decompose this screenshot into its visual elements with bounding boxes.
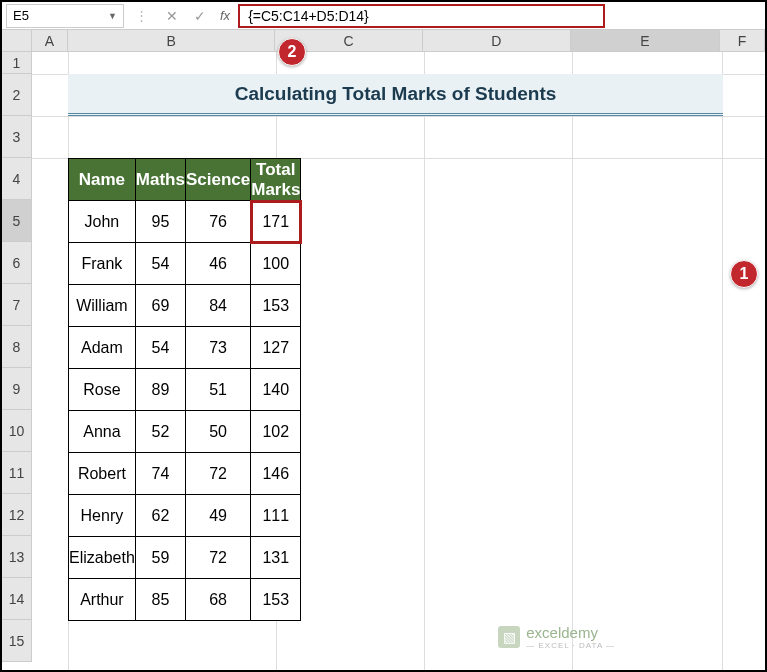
row-header-15[interactable]: 15 (2, 620, 32, 662)
header-total: Total Marks (251, 159, 301, 201)
cell-maths[interactable]: 59 (135, 537, 185, 579)
watermark: ▧ exceldemy — EXCEL · DATA — (498, 624, 615, 650)
cell-name[interactable]: Adam (69, 327, 136, 369)
cell-name[interactable]: Anna (69, 411, 136, 453)
table-row: Robert 74 72 146 (69, 453, 301, 495)
cell-science[interactable]: 76 (185, 201, 250, 243)
table-row: Anna 52 50 102 (69, 411, 301, 453)
row-header-1[interactable]: 1 (2, 52, 32, 74)
row-header-7[interactable]: 7 (2, 284, 32, 326)
cell-total[interactable]: 140 (251, 369, 301, 411)
cell-total[interactable]: 131 (251, 537, 301, 579)
row-header-9[interactable]: 9 (2, 368, 32, 410)
row-header-11[interactable]: 11 (2, 452, 32, 494)
table-row: Henry 62 49 111 (69, 495, 301, 537)
data-table: Name Maths Science Total Marks John 95 7… (68, 158, 301, 621)
watermark-main: exceldemy (526, 624, 615, 641)
col-header-f[interactable]: F (720, 30, 765, 51)
cell-total-selected[interactable]: 171 (251, 201, 301, 243)
cell-maths[interactable]: 89 (135, 369, 185, 411)
cell-science[interactable]: 68 (185, 579, 250, 621)
row-headers: 1 2 3 4 5 6 7 8 9 10 11 12 13 14 15 (2, 52, 32, 662)
callout-1: 1 (730, 260, 758, 288)
cell-total[interactable]: 102 (251, 411, 301, 453)
cell-name[interactable]: Elizabeth (69, 537, 136, 579)
cell-name[interactable]: John (69, 201, 136, 243)
formula-text: {=C5:C14+D5:D14} (248, 8, 369, 24)
cell-science[interactable]: 72 (185, 453, 250, 495)
cell-science[interactable]: 50 (185, 411, 250, 453)
table-row: Elizabeth 59 72 131 (69, 537, 301, 579)
cell-science[interactable]: 46 (185, 243, 250, 285)
header-maths: Maths (135, 159, 185, 201)
fx-icon[interactable]: fx (220, 8, 230, 23)
formula-input[interactable]: {=C5:C14+D5:D14} (238, 4, 605, 28)
table-row: Arthur 85 68 153 (69, 579, 301, 621)
cell-total[interactable]: 127 (251, 327, 301, 369)
row-header-2[interactable]: 2 (2, 74, 32, 116)
table-row: Frank 54 46 100 (69, 243, 301, 285)
cell-maths[interactable]: 52 (135, 411, 185, 453)
col-header-e[interactable]: E (571, 30, 721, 51)
row-header-8[interactable]: 8 (2, 326, 32, 368)
cell-total[interactable]: 153 (251, 285, 301, 327)
watermark-sub: — EXCEL · DATA — (526, 641, 615, 650)
cell-total[interactable]: 146 (251, 453, 301, 495)
row-header-3[interactable]: 3 (2, 116, 32, 158)
separator: ⋮ (124, 8, 158, 23)
cell-maths[interactable]: 95 (135, 201, 185, 243)
cell-science[interactable]: 84 (185, 285, 250, 327)
row-header-5[interactable]: 5 (2, 200, 32, 242)
header-science: Science (185, 159, 250, 201)
cell-science[interactable]: 49 (185, 495, 250, 537)
cell-name[interactable]: Frank (69, 243, 136, 285)
column-headers: A B C D E F (2, 30, 765, 52)
cell-name[interactable]: Henry (69, 495, 136, 537)
cancel-icon[interactable]: ✕ (158, 8, 186, 24)
row-header-4[interactable]: 4 (2, 158, 32, 200)
select-all-corner[interactable] (2, 30, 32, 51)
cell-total[interactable]: 100 (251, 243, 301, 285)
page-title: Calculating Total Marks of Students (68, 74, 723, 116)
cell-science[interactable]: 72 (185, 537, 250, 579)
cell-maths[interactable]: 62 (135, 495, 185, 537)
name-box[interactable]: E5 ▼ (6, 4, 124, 28)
header-name: Name (69, 159, 136, 201)
cell-name[interactable]: Robert (69, 453, 136, 495)
enter-icon[interactable]: ✓ (186, 8, 214, 24)
col-header-a[interactable]: A (32, 30, 68, 51)
row-header-14[interactable]: 14 (2, 578, 32, 620)
col-header-b[interactable]: B (68, 30, 275, 51)
cell-science[interactable]: 73 (185, 327, 250, 369)
cell-name[interactable]: William (69, 285, 136, 327)
cell-total[interactable]: 111 (251, 495, 301, 537)
formula-bar: E5 ▼ ⋮ ✕ ✓ fx {=C5:C14+D5:D14} (2, 2, 765, 30)
row-header-10[interactable]: 10 (2, 410, 32, 452)
dropdown-icon[interactable]: ▼ (108, 11, 117, 21)
cell-maths[interactable]: 85 (135, 579, 185, 621)
table-row: John 95 76 171 (69, 201, 301, 243)
callout-2: 2 (278, 38, 306, 66)
cell-maths[interactable]: 54 (135, 243, 185, 285)
cell-maths[interactable]: 54 (135, 327, 185, 369)
table-row: Adam 54 73 127 (69, 327, 301, 369)
watermark-icon: ▧ (498, 626, 520, 648)
cell-name[interactable]: Rose (69, 369, 136, 411)
cell-science[interactable]: 51 (185, 369, 250, 411)
name-box-value: E5 (13, 8, 29, 23)
cell-name[interactable]: Arthur (69, 579, 136, 621)
col-header-d[interactable]: D (423, 30, 571, 51)
cell-total[interactable]: 153 (251, 579, 301, 621)
table-row: William 69 84 153 (69, 285, 301, 327)
cell-maths[interactable]: 69 (135, 285, 185, 327)
row-header-6[interactable]: 6 (2, 242, 32, 284)
cell-maths[interactable]: 74 (135, 453, 185, 495)
row-header-13[interactable]: 13 (2, 536, 32, 578)
table-row: Rose 89 51 140 (69, 369, 301, 411)
row-header-12[interactable]: 12 (2, 494, 32, 536)
table-header-row: Name Maths Science Total Marks (69, 159, 301, 201)
